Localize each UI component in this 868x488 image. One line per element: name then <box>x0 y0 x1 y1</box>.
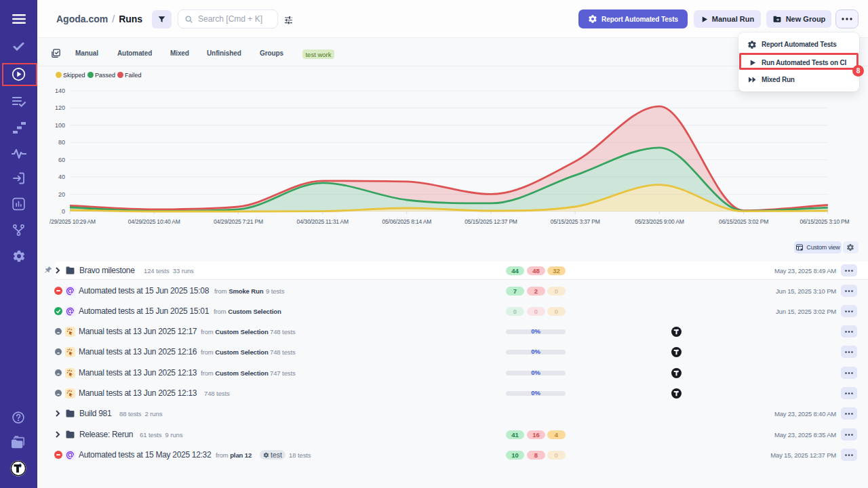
svg-text:05/15/2025 12:37 PM: 05/15/2025 12:37 PM <box>465 218 517 225</box>
svg-text:60: 60 <box>58 157 65 163</box>
svg-text:05/06/2025 8:14 AM: 05/06/2025 8:14 AM <box>382 218 432 225</box>
svg-text:140: 140 <box>55 87 65 94</box>
svg-text:05/15/2025 3:37 PM: 05/15/2025 3:37 PM <box>551 218 600 225</box>
svg-text:/29/2025 10:29 AM: /29/2025 10:29 AM <box>50 218 96 225</box>
svg-text:20: 20 <box>58 191 65 198</box>
svg-text:04/29/2025 10:40 AM: 04/29/2025 10:40 AM <box>128 218 180 225</box>
svg-text:80: 80 <box>58 139 65 146</box>
svg-text:120: 120 <box>55 104 65 111</box>
svg-text:100: 100 <box>55 122 65 129</box>
svg-text:04/29/2025 7:21 PM: 04/29/2025 7:21 PM <box>214 218 263 225</box>
svg-text:40: 40 <box>58 174 65 180</box>
svg-text:0: 0 <box>62 208 65 215</box>
svg-text:05/23/2025 9:00 AM: 05/23/2025 9:00 AM <box>635 218 684 225</box>
svg-text:06/15/2025 3:02 PM: 06/15/2025 3:02 PM <box>719 218 768 225</box>
svg-text:04/30/2025 11:31 AM: 04/30/2025 11:31 AM <box>296 218 349 225</box>
svg-text:06/15/2025 3:10 PM: 06/15/2025 3:10 PM <box>800 218 850 225</box>
